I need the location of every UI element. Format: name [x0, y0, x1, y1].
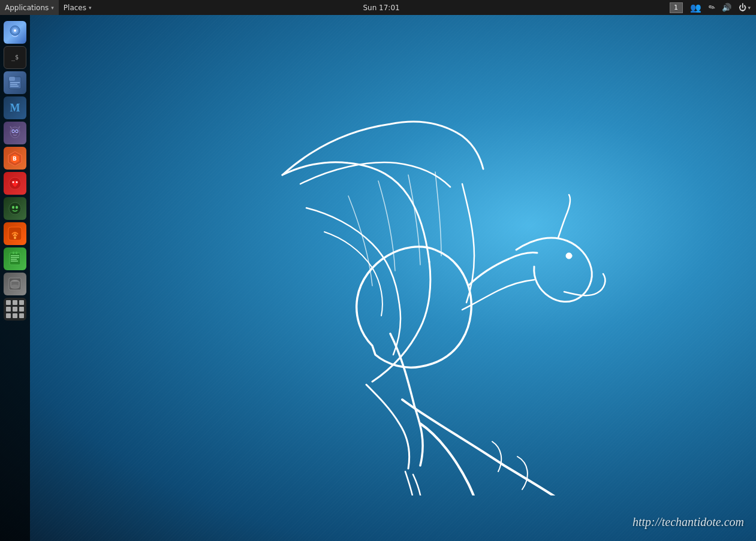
places-menu[interactable]: Places ▾ [59, 0, 97, 15]
workspace-switcher[interactable]: 1 [667, 0, 686, 15]
datetime-display: Sun 17:01 [363, 4, 399, 12]
sqldumper-icon[interactable] [4, 273, 26, 295]
applications-arrow: ▾ [51, 5, 54, 11]
places-arrow: ▾ [89, 5, 92, 11]
svg-rect-6 [10, 82, 20, 83]
svg-point-34 [11, 285, 19, 288]
gimp-icon[interactable] [4, 21, 26, 44]
memo-icon[interactable] [4, 247, 26, 270]
taskbar-right: 1 👥 ✎ 🔊 ⏻ ▾ [667, 0, 756, 15]
terminal-icon-text: _$ [10, 52, 20, 63]
grid-dots [6, 300, 24, 318]
svg-rect-26 [11, 255, 19, 256]
files-icon[interactable] [4, 71, 26, 94]
beef-icon[interactable] [4, 172, 26, 195]
terminal-icon[interactable]: _$ [4, 46, 26, 69]
power-menu-btn[interactable]: ⏻ ▾ [736, 0, 754, 15]
desktop [0, 15, 756, 541]
svg-rect-29 [11, 261, 18, 262]
svg-point-9 [10, 127, 20, 138]
dragon-logo [30, 30, 756, 541]
power-arrow: ▾ [748, 5, 751, 11]
burp-icon[interactable]: B [4, 147, 26, 170]
svg-point-20 [9, 203, 21, 214]
applications-label: Applications [5, 4, 49, 12]
sound-icon-btn[interactable]: 🔊 [719, 0, 734, 15]
watermark: http://techantidote.com [632, 515, 744, 529]
input-icon-btn[interactable]: ✎ [706, 0, 718, 15]
people-icon-btn[interactable]: 👥 [687, 0, 704, 15]
svg-rect-5 [9, 77, 15, 81]
svg-text:B: B [13, 156, 17, 162]
sidebar-dock: _$ M B [0, 15, 30, 541]
places-label: Places [64, 4, 86, 12]
watermark-url: http://techantidote.com [632, 515, 744, 528]
maltego-icon[interactable]: M [4, 96, 26, 119]
svg-point-3 [14, 29, 16, 32]
svg-rect-30 [13, 252, 14, 254]
taskbar: Applications ▾ Places ▾ Sun 17:01 1 👥 ✎ … [0, 0, 756, 15]
svg-rect-7 [10, 84, 17, 85]
svg-point-12 [13, 131, 14, 132]
svg-point-19 [16, 182, 18, 183]
maltego-letter: M [10, 102, 20, 114]
people-icon: 👥 [690, 2, 701, 13]
taskbar-left: Applications ▾ Places ▾ [0, 0, 97, 15]
svg-point-24 [14, 237, 16, 239]
maltego2-icon[interactable] [4, 197, 26, 220]
workspace-1-button[interactable]: 1 [670, 2, 683, 13]
kali-dragon-svg [168, 76, 618, 495]
taskbar-center: Sun 17:01 [97, 4, 667, 12]
power-icon: ⏻ [739, 3, 746, 12]
applications-menu[interactable]: Applications ▾ [0, 0, 59, 15]
msf-icon[interactable] [4, 122, 26, 144]
svg-point-13 [16, 131, 17, 132]
svg-point-21 [12, 206, 14, 209]
show-applications-icon[interactable] [4, 298, 26, 321]
svg-rect-28 [11, 259, 17, 260]
pen-icon: ✎ [707, 2, 717, 13]
fern-icon[interactable] [4, 222, 26, 245]
svg-rect-27 [11, 257, 19, 258]
svg-point-22 [16, 206, 18, 209]
sound-icon: 🔊 [722, 3, 731, 12]
svg-rect-31 [16, 252, 17, 254]
svg-point-0 [566, 253, 572, 259]
svg-rect-8 [10, 86, 19, 87]
workspace-number: 1 [674, 4, 678, 11]
svg-point-18 [13, 182, 14, 183]
